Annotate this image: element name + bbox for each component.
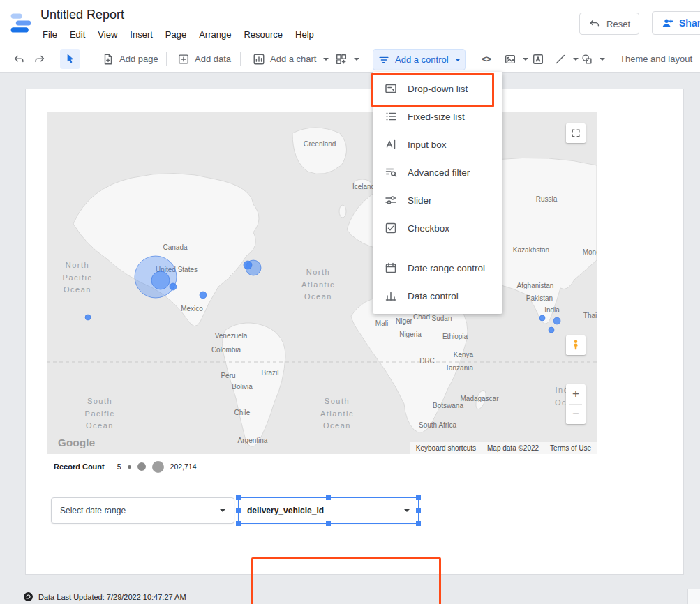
- map-bubble: [549, 327, 554, 333]
- map-bubble: [244, 261, 252, 269]
- date-range-control[interactable]: Select date range: [51, 497, 234, 524]
- menu-divider: [373, 248, 502, 248]
- map-bubble: [200, 292, 207, 299]
- menu-item-checkbox[interactable]: Checkbox: [373, 214, 502, 242]
- add-data-button[interactable]: Add data: [173, 49, 235, 69]
- legend-dot-small: [128, 465, 131, 469]
- input-box-icon: [384, 137, 398, 151]
- terms-of-use-link[interactable]: Terms of Use: [550, 444, 591, 452]
- menu-item-slider[interactable]: Slider: [373, 186, 502, 214]
- menu-item-advanced-filter[interactable]: Advanced filter: [373, 158, 502, 186]
- pegman-icon: [570, 339, 581, 352]
- menu-item-label: Advanced filter: [408, 167, 470, 178]
- calendar-icon: [384, 261, 398, 275]
- advanced-filter-icon: [384, 165, 398, 179]
- scrollbar-corner: [687, 589, 700, 604]
- text-box-icon: [532, 53, 544, 66]
- map-bubble: [151, 271, 170, 289]
- reset-button[interactable]: Reset: [579, 13, 639, 35]
- resize-handle[interactable]: [236, 495, 241, 500]
- add-control-button[interactable]: Add a control: [373, 49, 466, 70]
- menu-view[interactable]: View: [91, 28, 124, 41]
- menu-item-label: Drop-down list: [408, 84, 468, 94]
- map-attribution: Keyboard shortcuts Map data ©2022 Terms …: [410, 442, 597, 454]
- toolbar-separator: [91, 52, 91, 66]
- keyboard-shortcuts-link[interactable]: Keyboard shortcuts: [416, 444, 476, 452]
- embed-icon: <>: [482, 54, 491, 64]
- pegman-button[interactable]: [566, 335, 586, 355]
- google-maps-logo: Google: [58, 437, 95, 448]
- toolbar-separator: [366, 52, 366, 66]
- theme-layout-button[interactable]: Theme and layout: [616, 49, 697, 69]
- redo-button[interactable]: [29, 49, 50, 69]
- person-add-icon: [661, 17, 673, 29]
- resize-handle[interactable]: [416, 495, 421, 500]
- zoom-in-button[interactable]: +: [566, 384, 586, 404]
- map-data-label: Map data ©2022: [487, 444, 539, 452]
- dropdown-field-label: delivery_vehicle_id: [247, 506, 324, 515]
- date-range-label: Select date range: [60, 506, 126, 515]
- menu-item-data-control[interactable]: Data control: [373, 282, 502, 310]
- resize-handle[interactable]: [236, 508, 241, 513]
- toolbar-separator: [472, 52, 472, 66]
- toolbar-separator: [609, 52, 609, 66]
- shape-icon: [581, 53, 593, 66]
- add-page-button[interactable]: Add page: [98, 49, 163, 69]
- menu-insert[interactable]: Insert: [124, 28, 159, 41]
- refresh-status-icon: [24, 592, 33, 601]
- toolbar-separator: [166, 52, 167, 66]
- fullscreen-button[interactable]: [566, 123, 586, 143]
- menu-bar: File Edit View Insert Page Arrange Resou…: [36, 28, 320, 41]
- shape-tool-button[interactable]: [576, 49, 609, 69]
- menu-item-input-box[interactable]: Input box: [373, 130, 502, 158]
- menu-item-fixed-size-list[interactable]: Fixed-size list: [373, 103, 502, 130]
- menu-resource[interactable]: Resource: [237, 28, 289, 41]
- add-page-label: Add page: [119, 54, 158, 64]
- legend-dot-large: [152, 461, 164, 473]
- community-viz-icon: [335, 53, 348, 66]
- theme-layout-label: Theme and layout: [620, 54, 692, 64]
- resize-handle[interactable]: [416, 521, 421, 526]
- resize-handle[interactable]: [416, 508, 421, 513]
- menu-help[interactable]: Help: [289, 28, 320, 41]
- menu-file[interactable]: File: [36, 28, 64, 41]
- report-canvas: GreenlandIcelandCanadaRussiaKazakhstanMo…: [0, 72, 700, 589]
- fixed-size-list-icon: [384, 110, 398, 123]
- chevron-down-icon: [323, 58, 329, 61]
- datastudio-logo: [8, 10, 33, 36]
- add-chart-button[interactable]: Add a chart: [248, 49, 333, 69]
- resize-handle[interactable]: [326, 495, 331, 500]
- text-box-button[interactable]: [528, 49, 549, 69]
- map-bubble: [553, 317, 560, 324]
- app-header: Untitled Report File Edit View Insert Pa…: [0, 0, 700, 46]
- share-button[interactable]: Share: [652, 11, 700, 35]
- dropdown-list-icon: [384, 82, 398, 96]
- report-title[interactable]: Untitled Report: [40, 8, 124, 22]
- zoom-out-button[interactable]: −: [566, 405, 586, 424]
- menu-item-label: Input box: [408, 139, 447, 150]
- status-divider: [198, 593, 198, 601]
- add-chart-label: Add a chart: [270, 54, 317, 64]
- geo-bubble-map[interactable]: GreenlandIcelandCanadaRussiaKazakhstanMo…: [47, 112, 597, 454]
- embed-url-button[interactable]: <>: [477, 49, 495, 69]
- menu-page[interactable]: Page: [159, 28, 193, 41]
- filter-list-icon: [378, 54, 390, 66]
- toolbar-separator: [240, 52, 241, 66]
- community-visualizations-button[interactable]: [331, 49, 364, 69]
- legend-min-value: 5: [117, 462, 121, 471]
- menu-edit[interactable]: Edit: [64, 28, 91, 41]
- menu-item-dropdown-list[interactable]: Drop-down list: [373, 75, 502, 103]
- undo-button[interactable]: [8, 49, 29, 69]
- menu-item-date-range-control[interactable]: Date range control: [373, 254, 502, 282]
- resize-handle[interactable]: [236, 521, 241, 526]
- map-bubble: [85, 315, 91, 320]
- menu-item-label: Fixed-size list: [408, 112, 465, 122]
- undo-icon: [13, 53, 25, 66]
- select-tool-button[interactable]: [60, 49, 80, 69]
- bubble-overlay: [47, 112, 597, 454]
- image-icon: [504, 53, 516, 66]
- dropdown-control-delivery-vehicle-id[interactable]: delivery_vehicle_id: [238, 497, 419, 524]
- report-page[interactable]: GreenlandIcelandCanadaRussiaKazakhstanMo…: [25, 89, 684, 575]
- resize-handle[interactable]: [326, 521, 331, 526]
- menu-arrange[interactable]: Arrange: [193, 28, 237, 41]
